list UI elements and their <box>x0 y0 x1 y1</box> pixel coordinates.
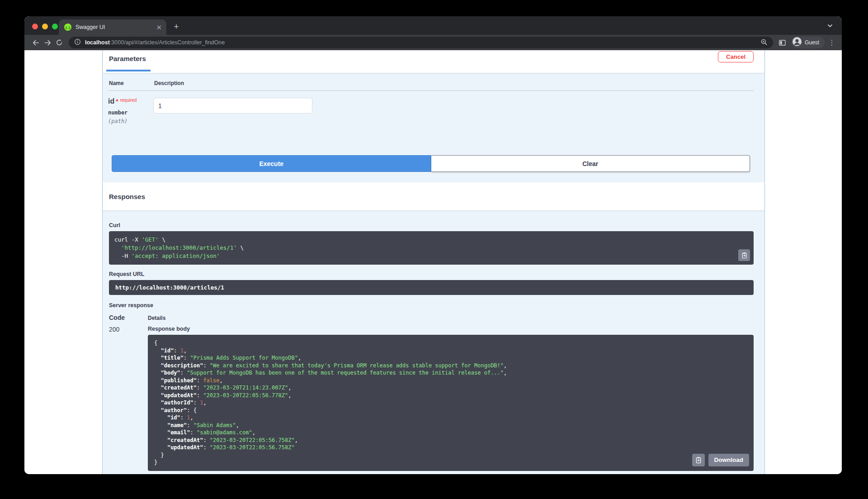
column-code: Code <box>109 314 148 321</box>
curl-label: Curl <box>109 222 754 228</box>
required-star: * <box>116 98 118 105</box>
parameters-title: Parameters <box>109 55 146 62</box>
tab-close-icon[interactable]: ✕ <box>156 24 162 31</box>
request-url-label: Request URL <box>109 271 754 277</box>
responses-section-header: Responses <box>103 182 764 210</box>
copy-curl-button[interactable] <box>738 249 750 261</box>
execute-button[interactable]: Execute <box>112 155 431 172</box>
parameter-value-cell <box>153 97 312 124</box>
swagger-favicon-icon: {..} <box>64 24 71 31</box>
response-body-label: Response body <box>148 326 754 332</box>
parameters-table: Name Description id*required number (pat… <box>103 73 764 182</box>
column-details: Details <box>148 315 165 321</box>
response-body-json: { "id": 1, "title": "Prisma Adds Support… <box>154 339 747 466</box>
page-viewport: Parameters Cancel Name Description id*re… <box>24 50 842 474</box>
url-path: :3000/api/#/articles/ArticlesController_… <box>110 39 225 46</box>
download-button[interactable]: Download <box>708 454 750 466</box>
desktop-background: {..} Swagger UI ✕ + <box>0 0 868 499</box>
execute-row: Execute Clear <box>112 155 750 172</box>
site-info-icon[interactable] <box>74 38 81 47</box>
operation-block: Parameters Cancel Name Description id*re… <box>102 50 765 474</box>
window-controls <box>32 24 58 29</box>
browser-window: {..} Swagger UI ✕ + <box>24 16 842 474</box>
responses-body: Curl curl -X 'GET' \ 'http://localhost:3… <box>103 210 764 471</box>
url-bar[interactable]: localhost:3000/api/#/articles/ArticlesCo… <box>69 37 773 48</box>
response-details-cell: Response body { "id": 1, "title": "Prism… <box>148 326 754 471</box>
side-panel-icon[interactable] <box>777 37 788 48</box>
parameter-meta: id*required number (path) <box>108 97 153 124</box>
id-parameter-input[interactable] <box>153 98 312 114</box>
forward-icon[interactable] <box>42 37 53 48</box>
parameter-type: number <box>108 109 153 116</box>
column-name: Name <box>109 80 154 86</box>
maximize-window-button[interactable] <box>52 24 58 29</box>
new-tab-button[interactable]: + <box>170 20 183 33</box>
browser-tab[interactable]: {..} Swagger UI ✕ <box>59 19 166 35</box>
clear-button[interactable]: Clear <box>431 155 750 172</box>
status-code: 200 <box>109 326 148 471</box>
url-text: localhost:3000/api/#/articles/ArticlesCo… <box>85 39 225 46</box>
browser-toolbar: localhost:3000/api/#/articles/ArticlesCo… <box>24 35 842 50</box>
cancel-button[interactable]: Cancel <box>718 51 754 62</box>
copy-response-button[interactable] <box>692 454 705 466</box>
required-label: required <box>120 98 137 103</box>
request-url-value: http://localhost:3000/articles/1 <box>109 280 754 295</box>
tab-title: Swagger UI <box>75 24 152 30</box>
url-host: localhost <box>85 39 110 46</box>
tab-search-chevron-icon[interactable] <box>826 22 834 31</box>
zoom-magnifier-icon[interactable] <box>760 38 768 47</box>
parameter-name: id*required <box>108 97 153 105</box>
close-window-button[interactable] <box>32 24 38 29</box>
parameter-location: (path) <box>108 118 153 124</box>
curl-command-text: curl -X 'GET' \ 'http://localhost:3000/a… <box>114 236 748 260</box>
avatar-icon <box>793 37 802 48</box>
parameter-row: id*required number (path) <box>108 97 754 124</box>
curl-command-block: curl -X 'GET' \ 'http://localhost:3000/a… <box>109 231 754 265</box>
profile-chip[interactable]: Guest <box>791 37 825 48</box>
parameters-section-header: Parameters Cancel <box>103 50 764 73</box>
column-description: Description <box>154 80 184 86</box>
reload-icon[interactable] <box>53 37 65 48</box>
minimize-window-button[interactable] <box>42 24 48 29</box>
server-response-row: 200 Response body { "id": 1, "title": "P… <box>109 326 754 471</box>
server-response-table-header: Code Details <box>109 314 754 321</box>
tab-parameters[interactable]: Parameters <box>106 50 151 73</box>
response-body-controls: Download <box>692 454 750 466</box>
back-icon[interactable] <box>30 37 42 48</box>
tab-strip: {..} Swagger UI ✕ + <box>24 16 842 35</box>
browser-menu-icon[interactable]: ⋮ <box>827 38 836 47</box>
server-response-label: Server response <box>109 302 754 309</box>
profile-label: Guest <box>805 39 819 46</box>
response-body-block: { "id": 1, "title": "Prisma Adds Support… <box>148 335 754 471</box>
parameters-table-header: Name Description <box>108 80 754 91</box>
responses-title: Responses <box>109 193 145 200</box>
active-tab-underline <box>106 70 151 71</box>
